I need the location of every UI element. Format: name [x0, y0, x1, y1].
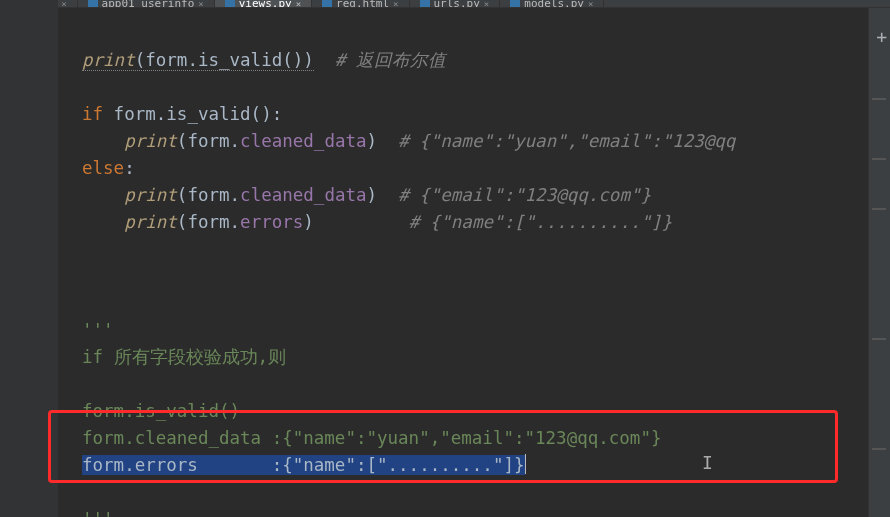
- python-icon: [420, 0, 430, 8]
- ibeam-cursor-icon: I: [702, 452, 713, 473]
- plus-icon[interactable]: +: [876, 26, 887, 47]
- close-icon[interactable]: ×: [198, 0, 203, 8]
- close-icon[interactable]: ×: [484, 0, 489, 8]
- caret: [525, 454, 526, 474]
- tab-models[interactable]: models.py×: [500, 0, 604, 7]
- close-icon[interactable]: ×: [296, 0, 301, 8]
- tab-views[interactable]: views.py×: [215, 0, 312, 7]
- html-icon: [322, 0, 332, 8]
- close-icon[interactable]: ×: [61, 0, 66, 8]
- tab-userinfo[interactable]: app01_userinfo×: [78, 0, 215, 7]
- minimap-mark: [872, 158, 886, 160]
- minimap-mark: [872, 448, 886, 450]
- table-icon: [88, 0, 98, 8]
- close-icon[interactable]: ×: [393, 0, 398, 8]
- minimap-mark: [872, 208, 886, 210]
- right-sidebar: +: [868, 8, 890, 517]
- python-icon: [510, 0, 520, 8]
- tab-bar: gs.py× app01_userinfo× views.py× reg.htm…: [0, 0, 890, 8]
- python-icon: [225, 0, 235, 8]
- minimap-mark: [872, 338, 886, 340]
- tab-urls[interactable]: urls.py×: [410, 0, 501, 7]
- close-icon[interactable]: ×: [588, 0, 593, 8]
- minimap-mark: [872, 98, 886, 100]
- code-area[interactable]: print(form.is_valid()) # 返回布尔值 if form.i…: [82, 47, 890, 517]
- code-editor[interactable]: print(form.is_valid()) # 返回布尔值 if form.i…: [0, 8, 890, 517]
- tab-reg[interactable]: reg.html×: [312, 0, 409, 7]
